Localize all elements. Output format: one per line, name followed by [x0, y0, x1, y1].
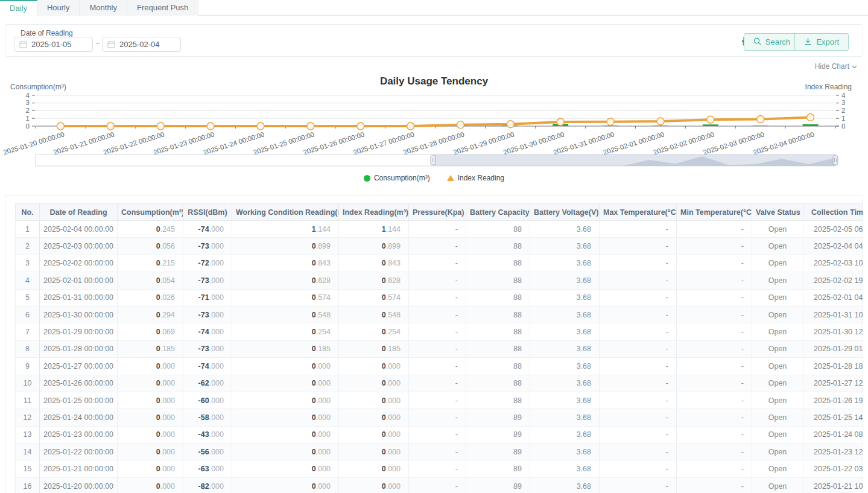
column-header-working-condition-reading-m: Working Condition Reading(m³) [232, 204, 339, 221]
cell-pressure-kpa: - [409, 477, 466, 493]
cell-working-condition-reading-m: 0.548 [232, 306, 339, 323]
cell-date-of-reading: 2025-02-03 00:00:00 [40, 238, 118, 255]
date-from-picker[interactable] [14, 37, 93, 52]
left-axis-title: Consumption(m³) [10, 83, 66, 91]
datazoom-selected-region[interactable] [433, 154, 835, 166]
cell-max-temperature-c: - [600, 358, 677, 375]
cell-rssi-dbm: -74.000 [183, 323, 232, 340]
chevron-down-icon [852, 62, 857, 71]
cell-working-condition-reading-m: 0.899 [232, 238, 339, 255]
cell-index-reading-m: 0.185 [339, 340, 409, 357]
cell-working-condition-reading-m: 0.000 [232, 358, 339, 375]
column-header-consumption-m: Consumption(m³) [118, 204, 183, 221]
cell-valve-status: Open [752, 340, 803, 357]
cell-index-reading-m: 0.000 [339, 460, 409, 477]
calendar-icon [19, 40, 27, 48]
cell-max-temperature-c: - [600, 272, 677, 289]
cell-working-condition-reading-m: 0.574 [232, 289, 339, 306]
tab-hourly[interactable]: Hourly [37, 0, 80, 16]
export-button-label: Export [816, 37, 839, 46]
table-row: 122025-01-24 00:00:000.000-58.0000.0000.… [16, 409, 863, 426]
cell-consumption-m: 0.054 [118, 272, 183, 289]
cell-valve-status: Open [752, 323, 803, 340]
export-button[interactable]: Export [794, 33, 849, 51]
cell-battery-voltage-v: 3.68 [530, 426, 600, 443]
cell-min-temperature-c: - [677, 340, 752, 357]
readings-table: No.Date of ReadingConsumption(m³)RSSI(dB… [15, 203, 863, 493]
cell-max-temperature-c: - [600, 221, 677, 238]
search-button-label: Search [765, 37, 790, 46]
date-to-picker[interactable] [102, 37, 181, 52]
readings-table-card: No.Date of ReadingConsumption(m³)RSSI(dB… [5, 195, 863, 493]
cell-valve-status: Open [752, 426, 803, 443]
tab-daily[interactable]: Daily [0, 0, 37, 16]
cell-date-of-reading: 2025-01-29 00:00:00 [40, 323, 118, 340]
tab-monthly[interactable]: Monthly [80, 0, 127, 16]
search-button[interactable]: Search [744, 33, 800, 51]
datazoom-handle-right[interactable] [833, 156, 838, 165]
cell-date-of-reading: 2025-01-26 00:00:00 [40, 375, 118, 392]
cell-consumption-m: 0.000 [118, 477, 183, 493]
table-row: 62025-01-30 00:00:000.294-73.0000.5480.5… [16, 306, 863, 323]
cell-valve-status: Open [752, 460, 803, 477]
cell-battery-capacity: 88 [466, 306, 530, 323]
cell-valve-status: Open [752, 444, 803, 460]
cell-rssi-dbm: -73.000 [183, 306, 232, 323]
cell-working-condition-reading-m: 0.000 [232, 392, 339, 409]
cell-battery-capacity: 88 [466, 323, 530, 340]
chart-legend: Consumption(m³)Index Reading [0, 173, 868, 183]
column-header-battery-voltage-v: Battery Voltage(V) [530, 204, 600, 221]
cell-index-reading-m: 1.144 [339, 221, 409, 238]
tab-frequent-push[interactable]: Frequent Push [127, 0, 198, 16]
datazoom-brush[interactable] [36, 154, 838, 166]
cell-battery-voltage-v: 3.68 [530, 477, 600, 493]
legend-label: Consumption(m³) [374, 174, 430, 182]
cell-working-condition-reading-m: 0.628 [232, 272, 339, 289]
legend-triangle-marker [447, 175, 454, 181]
column-header-valve-status: Valve Status [752, 204, 803, 221]
cell-date-of-reading: 2025-01-30 00:00:00 [40, 306, 118, 323]
date-from-input[interactable] [31, 40, 86, 49]
cell-consumption-m: 0.245 [118, 221, 183, 238]
legend-item-consumption[interactable]: Consumption(m³) [364, 174, 430, 182]
cell-no: 4 [16, 272, 40, 289]
tab-bar: DailyHourlyMonthlyFrequent Push [0, 0, 868, 16]
date-to-input[interactable] [119, 40, 174, 49]
cell-collection-time: 2025-02-04 04: [803, 238, 863, 255]
cell-battery-voltage-v: 3.68 [530, 289, 600, 306]
search-icon [753, 37, 761, 47]
cell-battery-capacity: 88 [466, 238, 530, 255]
hide-chart-toggle[interactable]: Hide Chart [815, 62, 857, 71]
cell-consumption-m: 0.026 [118, 289, 183, 306]
cell-collection-time: 2025-02-03 10: [803, 255, 863, 272]
cell-battery-voltage-v: 3.68 [530, 460, 600, 477]
cell-no: 6 [16, 306, 40, 323]
datazoom-handle-left[interactable] [431, 156, 436, 165]
cell-battery-voltage-v: 3.68 [530, 340, 600, 357]
cell-consumption-m: 0.215 [118, 255, 183, 272]
cell-battery-voltage-v: 3.68 [530, 221, 600, 238]
table-row: 52025-01-31 00:00:000.026-71.0000.5740.5… [16, 289, 863, 306]
cell-battery-voltage-v: 3.68 [530, 255, 600, 272]
cell-date-of-reading: 2025-01-22 00:00:00 [40, 444, 118, 460]
column-header-date-of-reading: Date of Reading [40, 204, 118, 221]
cell-working-condition-reading-m: 0.000 [232, 375, 339, 392]
cell-battery-voltage-v: 3.68 [530, 409, 600, 426]
cell-collection-time: 2025-02-01 04: [803, 289, 863, 306]
cell-min-temperature-c: - [677, 323, 752, 340]
cell-battery-capacity: 88 [466, 272, 530, 289]
cell-valve-status: Open [752, 392, 803, 409]
cell-max-temperature-c: - [600, 306, 677, 323]
cell-battery-voltage-v: 3.68 [530, 444, 600, 460]
cell-max-temperature-c: - [600, 460, 677, 477]
svg-text:1: 1 [841, 115, 845, 122]
legend-item-index-reading[interactable]: Index Reading [447, 174, 504, 182]
gridlines [36, 95, 835, 118]
cell-valve-status: Open [752, 409, 803, 426]
cell-rssi-dbm: -43.000 [183, 426, 232, 443]
cell-consumption-m: 0.294 [118, 306, 183, 323]
cell-index-reading-m: 0.000 [339, 392, 409, 409]
cell-no: 15 [16, 460, 40, 477]
cell-rssi-dbm: -63.000 [183, 460, 232, 477]
cell-rssi-dbm: -82.000 [183, 477, 232, 493]
